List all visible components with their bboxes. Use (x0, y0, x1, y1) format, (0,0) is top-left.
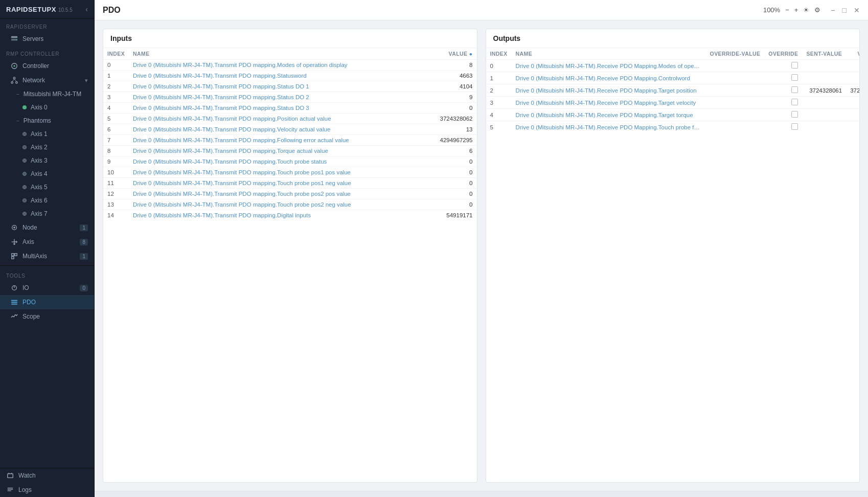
sidebar-header: RAPIDSETUPX10.5.5 ‹ (0, 0, 94, 19)
input-value: 3724328062 (416, 114, 476, 124)
svg-line-10 (14, 79, 16, 81)
tools-divider (0, 265, 94, 266)
minimize-button[interactable]: − (831, 6, 835, 14)
collapse-icon[interactable]: ‹ (85, 5, 88, 13)
brightness-icon[interactable]: ☀ (803, 6, 809, 14)
sidebar-item-logs[interactable]: Logs (0, 483, 94, 497)
output-value: 0 (846, 121, 859, 133)
axis1-dot (22, 132, 27, 136)
input-name: Drive 0 (Mitsubishi MR-J4-TM).Transmit P… (129, 114, 416, 124)
sidebar-item-axis7[interactable]: Axis 7 (0, 207, 94, 220)
output-value: 0 (846, 109, 859, 121)
sidebar-item-axis3[interactable]: Axis 3 (0, 154, 94, 167)
multiaxis-icon (10, 252, 18, 260)
sidebar-item-axis6[interactable]: Axis 6 (0, 194, 94, 207)
sidebar-item-phantoms[interactable]: − Phantoms (0, 114, 94, 127)
input-name: Drive 0 (Mitsubishi MR-J4-TM).Transmit P… (129, 178, 416, 189)
scrollbar[interactable] (95, 491, 868, 497)
zoom-in-button[interactable]: + (794, 6, 798, 14)
sidebar-item-mitsubishi[interactable]: − Mitsubishi MR-J4-TM (0, 87, 94, 101)
sidebar-item-axis5[interactable]: Axis 5 (0, 180, 94, 194)
table-row: 5 Drive 0 (Mitsubishi MR-J4-TM).Transmit… (103, 114, 477, 124)
input-index: 3 (103, 92, 129, 103)
network-icon (10, 76, 18, 84)
output-override-checkbox[interactable] (764, 84, 802, 97)
sidebar-item-multiaxis[interactable]: MultiAxis 1 (0, 249, 94, 263)
network-label: Network (22, 77, 45, 84)
output-override-value (706, 109, 765, 121)
output-override-checkbox[interactable] (764, 60, 802, 72)
inputs-panel: Inputs INDEX NAME VALUE ● 0 Drive 0 (Mit… (103, 29, 477, 483)
sidebar-item-servers[interactable]: Servers (0, 32, 94, 46)
table-row: 1 Drive 0 (Mitsubishi MR-J4-TM).Transmit… (103, 71, 477, 81)
svg-marker-16 (13, 244, 15, 245)
input-index: 8 (103, 146, 129, 156)
input-name: Drive 0 (Mitsubishi MR-J4-TM).Transmit P… (129, 92, 416, 103)
table-row: 2 Drive 0 (Mitsubishi MR-J4-TM).Transmit… (103, 81, 477, 92)
sidebar-item-pdo[interactable]: PDO (0, 295, 94, 309)
input-index: 13 (103, 199, 129, 210)
output-override-checkbox[interactable] (764, 72, 802, 84)
svg-point-2 (16, 37, 17, 38)
titlebar-controls: 100% − + ☀ ⚙ − □ ✕ (763, 6, 860, 14)
outputs-table: INDEX NAME OVERRIDE-VALUE OVERRIDE SENT-… (486, 48, 860, 133)
input-name: Drive 0 (Mitsubishi MR-J4-TM).Transmit P… (129, 103, 416, 114)
output-override-checkbox[interactable] (764, 97, 802, 109)
settings-icon[interactable]: ⚙ (814, 6, 820, 14)
zoom-out-button[interactable]: − (785, 6, 789, 14)
svg-point-8 (16, 82, 18, 84)
sidebar-item-controller[interactable]: Controller (0, 59, 94, 73)
close-button[interactable]: ✕ (854, 6, 860, 14)
mitsubishi-expand: − (16, 92, 19, 97)
sidebar-item-axis0[interactable]: Axis 0 (0, 101, 94, 114)
svg-rect-24 (11, 304, 17, 305)
inputs-col-index: INDEX (103, 48, 129, 60)
input-value: 0 (416, 189, 476, 199)
output-name: Drive 0 (Mitsubishi MR-J4-TM).Receive PD… (512, 60, 706, 72)
sidebar-item-node[interactable]: Node 1 (0, 220, 94, 235)
axis5-dot (22, 185, 27, 189)
sidebar-item-network[interactable]: Network ▾ (0, 73, 94, 87)
axis7-dot (22, 212, 27, 216)
inputs-table: INDEX NAME VALUE ● 0 Drive 0 (Mitsubishi… (103, 48, 477, 220)
page-title: PDO (103, 6, 121, 15)
input-value: 0 (416, 178, 476, 189)
axis3-dot (22, 159, 27, 163)
input-value: 9 (416, 92, 476, 103)
input-value: 0 (416, 156, 476, 167)
input-index: 12 (103, 189, 129, 199)
sidebar-item-io[interactable]: IO 0 (0, 281, 94, 295)
output-index: 3 (486, 97, 512, 109)
sidebar-item-scope[interactable]: Scope (0, 309, 94, 324)
table-row: 11 Drive 0 (Mitsubishi MR-J4-TM).Transmi… (103, 178, 477, 189)
servers-label: Servers (22, 35, 43, 42)
sidebar-item-axis4[interactable]: Axis 4 (0, 167, 94, 180)
sidebar-item-axis[interactable]: Axis 8 (0, 235, 94, 249)
tools-label: TOOLS (0, 268, 94, 281)
input-index: 6 (103, 124, 129, 135)
sidebar-item-axis2[interactable]: Axis 2 (0, 141, 94, 154)
maximize-button[interactable]: □ (842, 6, 847, 14)
table-row: 14 Drive 0 (Mitsubishi MR-J4-TM).Transmi… (103, 210, 477, 221)
output-value: 0 (846, 97, 859, 109)
node-icon (10, 223, 18, 232)
input-name: Drive 0 (Mitsubishi MR-J4-TM).Transmit P… (129, 210, 416, 221)
table-row: 5 Drive 0 (Mitsubishi MR-J4-TM).Receive … (486, 121, 860, 133)
outputs-col-override: OVERRIDE (764, 48, 802, 60)
sidebar-item-watch[interactable]: Watch (0, 468, 94, 483)
sidebar-item-axis1[interactable]: Axis 1 (0, 127, 94, 141)
output-index: 0 (486, 60, 512, 72)
input-index: 2 (103, 81, 129, 92)
input-name: Drive 0 (Mitsubishi MR-J4-TM).Transmit P… (129, 124, 416, 135)
output-override-checkbox[interactable] (764, 121, 802, 133)
controller-icon (10, 62, 18, 70)
input-name: Drive 0 (Mitsubishi MR-J4-TM).Transmit P… (129, 167, 416, 178)
servers-icon (10, 35, 18, 43)
output-sent-value (802, 109, 846, 121)
output-sent-value (802, 121, 846, 133)
output-override-checkbox[interactable] (764, 109, 802, 121)
outputs-col-value: VALUE (846, 48, 859, 60)
input-name: Drive 0 (Mitsubishi MR-J4-TM).Transmit P… (129, 156, 416, 167)
input-index: 4 (103, 103, 129, 114)
input-value: 4104 (416, 81, 476, 92)
